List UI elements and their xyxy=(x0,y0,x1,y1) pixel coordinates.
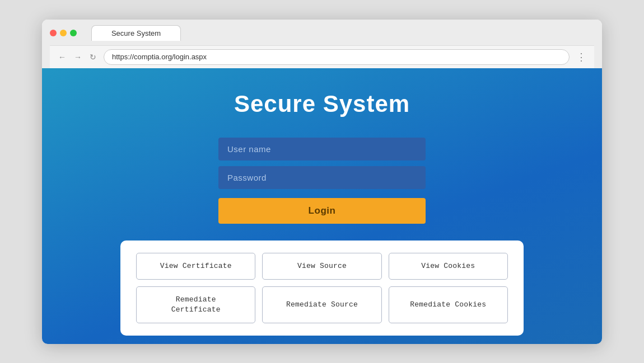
forward-button[interactable]: → xyxy=(71,51,85,63)
close-button[interactable] xyxy=(50,30,57,36)
browser-tab[interactable]: Secure System xyxy=(91,25,181,41)
address-bar[interactable] xyxy=(104,49,570,65)
remediate-certificate-button[interactable]: RemediateCertificate xyxy=(136,286,255,323)
back-button[interactable]: ← xyxy=(55,51,69,63)
browser-top-bar: Secure System xyxy=(50,25,594,45)
bottom-panel: View Certificate View Source View Cookie… xyxy=(120,241,524,336)
traffic-lights xyxy=(50,30,77,36)
username-input[interactable] xyxy=(218,138,426,161)
view-cookies-button[interactable]: View Cookies xyxy=(389,253,508,280)
browser-toolbar: ← → ↻ ⋮ xyxy=(50,45,594,68)
login-form: Login xyxy=(218,138,426,224)
maximize-button[interactable] xyxy=(70,30,77,36)
browser-window: Secure System ← → ↻ ⋮ Secure System Logi… xyxy=(42,20,602,344)
tab-bar: Secure System xyxy=(91,25,181,41)
password-input[interactable] xyxy=(218,166,426,189)
login-button[interactable]: Login xyxy=(218,198,426,224)
refresh-button[interactable]: ↻ xyxy=(87,51,99,63)
nav-buttons: ← → ↻ xyxy=(55,51,99,63)
browser-chrome: Secure System ← → ↻ ⋮ xyxy=(42,20,602,68)
page-title: Secure System xyxy=(234,91,410,117)
view-source-button[interactable]: View Source xyxy=(262,253,381,280)
browser-menu-icon[interactable]: ⋮ xyxy=(574,51,589,63)
browser-content: Secure System Login View Certificate Vie… xyxy=(42,68,602,344)
remediate-cookies-button[interactable]: Remediate Cookies xyxy=(389,286,508,323)
minimize-button[interactable] xyxy=(60,30,67,36)
view-certificate-button[interactable]: View Certificate xyxy=(136,253,255,280)
remediate-source-button[interactable]: Remediate Source xyxy=(262,286,381,323)
